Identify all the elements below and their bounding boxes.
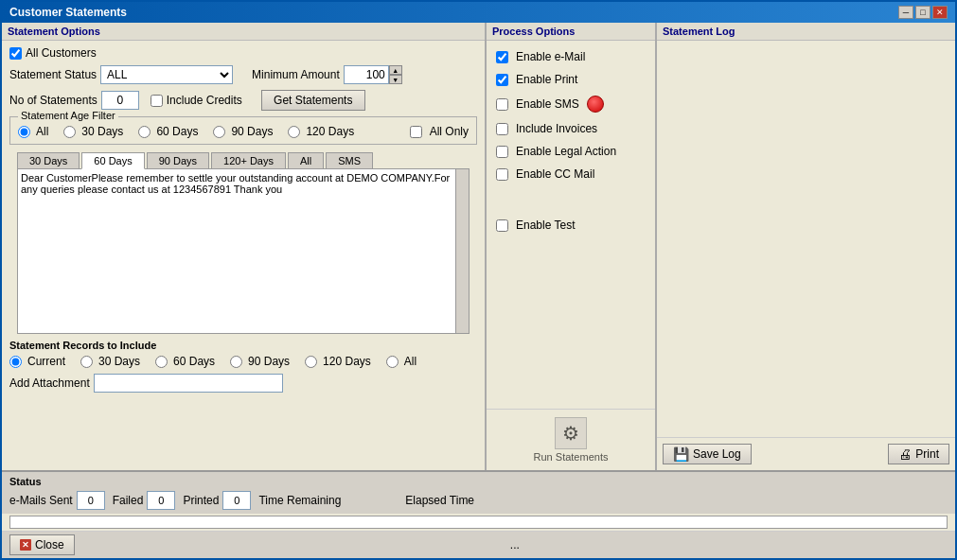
spin-up-button[interactable]: ▲: [389, 65, 402, 75]
all-only-checkbox[interactable]: [410, 126, 422, 138]
statement-log-body: [657, 41, 955, 437]
spin-buttons: ▲ ▼: [389, 65, 402, 84]
radio-90-input[interactable]: [213, 126, 225, 138]
printed-field: Printed: [183, 491, 251, 510]
left-panel: Statement Options All Customers Statemen…: [2, 23, 487, 470]
enable-email-checkbox[interactable]: [496, 51, 508, 63]
tab-60-days[interactable]: 60 Days: [81, 152, 144, 169]
radio-60-input[interactable]: [138, 126, 151, 138]
rec-radio-all: All: [386, 355, 416, 368]
sms-red-indicator: [587, 96, 604, 113]
save-log-button[interactable]: 💾 Save Log: [663, 444, 752, 464]
print-icon: 🖨: [898, 446, 912, 462]
failed-label: Failed: [113, 494, 144, 507]
enable-cc-mail-row: Enable CC Mail: [496, 167, 646, 181]
all-customers-row: All Customers: [9, 46, 477, 60]
run-statements-label: Run Statements: [534, 451, 609, 463]
enable-test-label: Enable Test: [516, 219, 576, 232]
emails-sent-label: e-Mails Sent: [9, 494, 73, 507]
rec-radio-90-label: 90 Days: [248, 355, 290, 368]
no-of-statements-input[interactable]: [101, 91, 139, 110]
include-credits-checkbox[interactable]: [151, 95, 163, 107]
print-button[interactable]: 🖨 Print: [888, 444, 949, 464]
statement-status-select[interactable]: ALL CURRENT OVERDUE: [100, 65, 233, 84]
tab-all[interactable]: All: [288, 152, 324, 168]
age-filter-label: Statement Age Filter: [18, 110, 118, 121]
include-invoices-row: Include Invoices: [496, 122, 646, 135]
rec-radio-current: Current: [9, 355, 65, 368]
title-bar: Customer Statements ─ □ ✕: [2, 2, 955, 23]
rec-radio-60-input[interactable]: [155, 356, 168, 368]
rec-radio-120-input[interactable]: [305, 356, 317, 368]
enable-legal-action-checkbox[interactable]: [496, 146, 508, 158]
rec-radio-120: 120 Days: [305, 355, 371, 368]
radio-120-label: 120 Days: [306, 125, 354, 138]
radio-60-label: 60 Days: [156, 125, 198, 138]
enable-test-row: Enable Test: [496, 219, 646, 232]
tab-90-days[interactable]: 90 Days: [147, 152, 209, 168]
minimum-amount-label: Minimum Amount: [252, 68, 340, 81]
rec-radio-60-label: 60 Days: [173, 355, 215, 368]
bottom-bar: ✕ Close ...: [2, 531, 955, 558]
enable-test-checkbox[interactable]: [496, 219, 508, 232]
time-remaining-label: Time Remaining: [258, 494, 341, 507]
run-statements-button[interactable]: ⚙ Run Statements: [534, 417, 609, 463]
elapsed-time-label: Elapsed Time: [405, 494, 474, 507]
rec-radio-all-input[interactable]: [386, 356, 399, 368]
bottom-dots: ...: [510, 538, 520, 551]
radio-30-input[interactable]: [63, 126, 76, 138]
process-options-header: Process Options: [487, 23, 655, 41]
main-content: Statement Options All Customers Statemen…: [2, 23, 955, 470]
close-icon: ✕: [20, 539, 31, 551]
rec-radio-60: 60 Days: [155, 355, 215, 368]
all-only-row: All Only: [410, 125, 469, 138]
all-only-label: All Only: [430, 125, 469, 138]
spin-down-button[interactable]: ▼: [389, 75, 402, 84]
enable-sms-label: Enable SMS: [516, 97, 579, 111]
rec-radio-120-label: 120 Days: [323, 355, 371, 368]
rec-radio-current-input[interactable]: [9, 356, 22, 368]
radio-all-label: All: [36, 125, 48, 138]
enable-cc-mail-checkbox[interactable]: [496, 168, 508, 181]
minimize-button[interactable]: ─: [898, 6, 913, 19]
radio-all-input[interactable]: [18, 126, 30, 138]
email-body-wrapper: Dear CustomerPlease remember to settle y…: [17, 168, 470, 334]
minimum-amount-spinbox: ▲ ▼: [344, 65, 402, 84]
enable-legal-action-row: Enable Legal Action: [496, 145, 646, 158]
rec-radio-30-label: 30 Days: [98, 355, 140, 368]
radio-30-label: 30 Days: [81, 125, 123, 138]
add-attachment-label: Add Attachment: [9, 376, 90, 390]
emails-sent-field: e-Mails Sent: [9, 491, 105, 510]
tab-30-days[interactable]: 30 Days: [17, 152, 80, 168]
save-log-label: Save Log: [693, 447, 741, 461]
radio-60: 60 Days: [138, 125, 198, 138]
enable-print-label: Enable Print: [516, 73, 577, 86]
status-title: Status: [9, 476, 948, 487]
enable-sms-checkbox[interactable]: [496, 98, 508, 111]
close-window-button[interactable]: ✕: [932, 6, 948, 19]
minimum-amount-input[interactable]: [344, 65, 389, 84]
radio-120-input[interactable]: [288, 126, 300, 138]
customer-statements-window: Customer Statements ─ □ ✕ Statement Opti…: [0, 0, 957, 560]
rec-radio-30-input[interactable]: [80, 356, 93, 368]
rec-radio-90-input[interactable]: [230, 356, 242, 368]
textarea-scrollbar[interactable]: [455, 169, 469, 333]
title-bar-controls: ─ □ ✕: [898, 6, 948, 19]
email-body-textarea[interactable]: Dear CustomerPlease remember to settle y…: [18, 169, 455, 330]
no-statements-row: No of Statements Include Credits Get Sta…: [9, 90, 477, 111]
rec-radio-30: 30 Days: [80, 355, 140, 368]
all-customers-checkbox[interactable]: [9, 47, 22, 60]
rec-radio-current-label: Current: [27, 355, 65, 368]
attachment-input[interactable]: [94, 374, 283, 393]
enable-sms-row: Enable SMS: [496, 96, 646, 113]
tab-120-days[interactable]: 120+ Days: [211, 152, 286, 168]
save-icon: 💾: [673, 446, 689, 462]
include-invoices-checkbox[interactable]: [496, 123, 508, 135]
tab-sms[interactable]: SMS: [326, 152, 373, 168]
get-statements-button[interactable]: Get Statements: [261, 90, 365, 111]
failed-field: Failed: [113, 491, 176, 510]
close-button[interactable]: ✕ Close: [9, 534, 75, 555]
enable-print-checkbox[interactable]: [496, 74, 508, 86]
tabs-row: 30 Days 60 Days 90 Days 120+ Days All SM…: [17, 152, 470, 168]
maximize-button[interactable]: □: [915, 6, 930, 19]
